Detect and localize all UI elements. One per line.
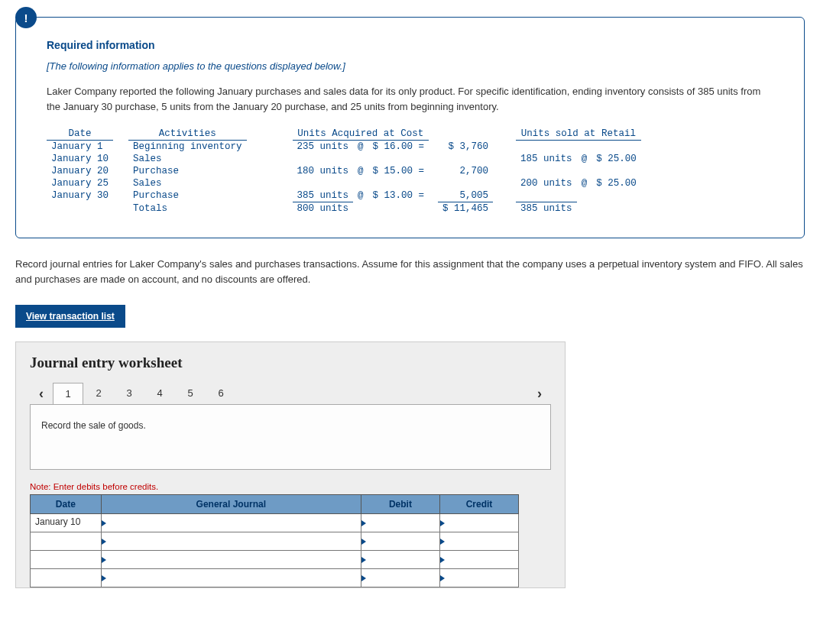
journal-worksheet-panel: Journal entry worksheet ‹ 123456 › Recor… xyxy=(15,341,566,588)
table-cell xyxy=(438,177,493,189)
table-cell xyxy=(353,177,368,189)
jt-credit-cell[interactable] xyxy=(439,514,518,532)
table-cell: Purchase xyxy=(128,165,247,177)
jt-date-cell[interactable]: January 10 xyxy=(31,514,102,532)
table-cell xyxy=(438,153,493,165)
table-cell xyxy=(592,141,641,154)
table-cell: 2,700 xyxy=(438,165,493,177)
table-cell: January 1 xyxy=(47,141,113,154)
jt-date-cell[interactable] xyxy=(31,532,102,551)
table-cell xyxy=(247,141,293,154)
jt-col-date: Date xyxy=(31,495,102,514)
table-cell: Sales xyxy=(128,153,247,165)
worksheet-tab-4[interactable]: 4 xyxy=(144,383,175,404)
jt-date-cell[interactable] xyxy=(31,569,102,587)
table-cell: 385 units xyxy=(293,189,354,202)
jt-debit-cell[interactable] xyxy=(361,551,439,569)
table-cell xyxy=(493,153,516,165)
required-info-box: ! Required information [The following in… xyxy=(15,17,805,238)
worksheet-tab-1[interactable]: 1 xyxy=(53,383,83,404)
inventory-data-table: Date Activities Units Acquired at Cost U… xyxy=(47,128,641,215)
chevron-left-icon[interactable]: ‹ xyxy=(30,382,53,405)
info-badge-icon: ! xyxy=(15,7,37,28)
jt-credit-cell[interactable] xyxy=(439,532,518,551)
table-cell xyxy=(247,177,293,189)
table-cell: January 30 xyxy=(47,189,113,202)
table-cell xyxy=(429,177,438,189)
table-cell xyxy=(113,153,128,165)
worksheet-tab-5[interactable]: 5 xyxy=(175,383,206,404)
table-cell: @ xyxy=(577,153,592,165)
table-cell: 185 units xyxy=(516,153,577,165)
instructions-text: Record journal entries for Laker Company… xyxy=(15,257,805,286)
table-cell: Purchase xyxy=(128,189,247,202)
table-cell xyxy=(113,177,128,189)
table-cell xyxy=(113,165,128,177)
tab-row: ‹ 123456 › xyxy=(30,382,551,405)
jt-debit-cell[interactable] xyxy=(361,514,439,532)
table-cell: @ xyxy=(353,165,368,177)
jt-date-cell[interactable] xyxy=(31,551,102,569)
table-cell xyxy=(293,177,354,189)
chevron-right-icon[interactable]: › xyxy=(528,382,551,405)
totals-sold-units: 385 units xyxy=(516,202,577,215)
jt-account-cell[interactable] xyxy=(101,569,361,587)
table-cell: $ 25.00 xyxy=(592,177,641,189)
table-cell: 235 units xyxy=(293,141,354,154)
totals-units: 800 units xyxy=(293,202,354,215)
entry-prompt: Record the sale of goods. xyxy=(30,404,551,470)
italic-note: [The following information applies to th… xyxy=(47,60,773,72)
col-sold: Units sold at Retail xyxy=(516,128,641,141)
table-cell xyxy=(113,189,128,202)
table-cell xyxy=(429,189,438,202)
table-cell xyxy=(368,153,429,165)
table-cell: @ xyxy=(353,189,368,202)
table-cell xyxy=(247,165,293,177)
jt-account-cell[interactable] xyxy=(101,514,361,532)
table-cell xyxy=(516,141,577,154)
table-cell: $ 25.00 xyxy=(592,153,641,165)
table-cell xyxy=(577,141,592,154)
col-acquired: Units Acquired at Cost xyxy=(293,128,429,141)
table-cell xyxy=(516,165,577,177)
journal-entry-table: Date General Journal Debit Credit Januar… xyxy=(30,494,519,587)
table-cell xyxy=(429,153,438,165)
scenario-text: Laker Company reported the following Jan… xyxy=(47,84,773,114)
table-cell: Beginning inventory xyxy=(128,141,247,154)
table-cell xyxy=(577,165,592,177)
table-cell: 200 units xyxy=(516,177,577,189)
table-cell xyxy=(247,189,293,202)
table-cell: January 10 xyxy=(47,153,113,165)
debits-note: Note: Enter debits before credits. xyxy=(30,482,551,491)
table-cell xyxy=(516,189,577,202)
table-cell xyxy=(493,141,516,154)
totals-label: Totals xyxy=(128,202,247,215)
jt-col-credit: Credit xyxy=(439,495,518,514)
table-cell xyxy=(353,153,368,165)
jt-debit-cell[interactable] xyxy=(361,532,439,551)
jt-debit-cell[interactable] xyxy=(361,569,439,587)
col-date: Date xyxy=(47,128,113,141)
jt-credit-cell[interactable] xyxy=(439,551,518,569)
table-cell xyxy=(429,165,438,177)
required-info-title: Required information xyxy=(47,39,773,51)
jt-account-cell[interactable] xyxy=(101,551,361,569)
totals-cost: $ 11,465 xyxy=(438,202,493,215)
table-cell xyxy=(577,189,592,202)
table-cell xyxy=(493,165,516,177)
worksheet-tab-6[interactable]: 6 xyxy=(206,383,236,404)
table-cell: January 25 xyxy=(47,177,113,189)
table-cell: @ xyxy=(353,141,368,154)
worksheet-tab-2[interactable]: 2 xyxy=(83,383,114,404)
table-cell xyxy=(592,189,641,202)
jt-credit-cell[interactable] xyxy=(439,569,518,587)
jt-account-cell[interactable] xyxy=(101,532,361,551)
worksheet-title: Journal entry worksheet xyxy=(30,354,551,371)
worksheet-tab-3[interactable]: 3 xyxy=(114,383,144,404)
table-cell xyxy=(429,141,438,154)
view-transaction-list-button[interactable]: View transaction list xyxy=(15,305,125,328)
table-cell xyxy=(368,177,429,189)
table-cell xyxy=(113,141,128,154)
table-cell: 5,005 xyxy=(438,189,493,202)
table-cell: 180 units xyxy=(293,165,354,177)
